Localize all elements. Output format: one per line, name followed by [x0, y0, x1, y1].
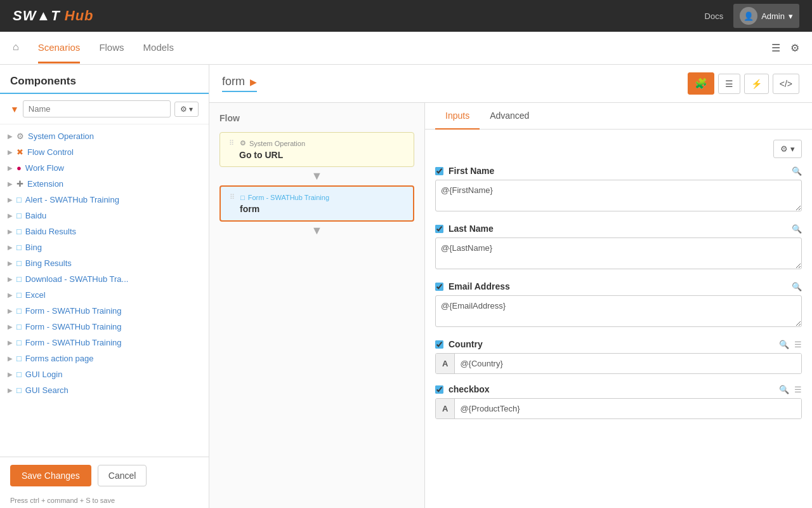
tree-item-label: Bing Results	[25, 258, 72, 268]
filter-icon-button[interactable]: ▼	[10, 104, 19, 114]
tree-arrow-icon: ▶	[8, 260, 13, 267]
flow-panel: Flow ⠿ ⚙ System Operation Go to URL ▼ ⠿ …	[209, 103, 425, 508]
field-label-row: checkbox🔍☰	[435, 384, 802, 394]
save-changes-button[interactable]: Save Changes	[10, 465, 91, 486]
tree-type-icon: □	[16, 227, 22, 236]
field-checkbox-2[interactable]	[435, 283, 443, 291]
tab-flows[interactable]: Flows	[99, 33, 124, 64]
tree-arrow-icon: ▶	[8, 133, 13, 140]
sidebar-tree-item[interactable]: ▶ ✚ Extension	[0, 176, 209, 192]
reorder-icon[interactable]: ☰	[794, 340, 802, 349]
menu-button[interactable]: ☰	[718, 74, 740, 94]
subnav-right: ☰ ⚙	[771, 42, 799, 54]
tree-item-label: GUI Login	[25, 370, 63, 379]
tree-arrow-icon: ▶	[8, 276, 13, 283]
flow-down-arrow: ▼	[219, 170, 414, 183]
field-search-icon[interactable]: 🔍	[792, 224, 802, 234]
sidebar-tree-item[interactable]: ▶ □ Baidu	[0, 208, 209, 224]
tree-item-label: Form - SWATHub Training	[25, 306, 122, 316]
tree-type-icon: □	[16, 322, 22, 331]
field-label: checkbox	[449, 384, 774, 394]
field-input-2[interactable]	[435, 295, 802, 327]
field-checkbox-4[interactable]	[435, 385, 443, 394]
cancel-button[interactable]: Cancel	[98, 465, 147, 486]
field-checkbox-0[interactable]	[435, 167, 443, 175]
tree-type-icon: □	[16, 370, 22, 379]
tree-item-label: Form - SWATHub Training	[25, 322, 122, 331]
tab-models[interactable]: Models	[143, 33, 174, 64]
gear-icon[interactable]: ⚙	[790, 42, 799, 54]
tree-item-label: Flow Control	[27, 147, 74, 157]
flow-card[interactable]: ⠿ □ Form - SWATHub Training form	[219, 185, 414, 222]
inputs-panel: InputsAdvanced ⚙ ▾ First Name🔍Last Name🔍…	[425, 103, 812, 508]
tree-type-icon: ✚	[16, 179, 23, 189]
tree-item-label: System Operation	[28, 131, 94, 141]
field-checkbox-3[interactable]	[435, 340, 443, 349]
tree-item-label: Download - SWATHub Tra...	[25, 274, 129, 284]
tree-item-label: Baidu	[25, 211, 46, 220]
search-input[interactable]	[23, 100, 171, 117]
sidebar-tree-item[interactable]: ▶ □ GUI Search	[0, 382, 209, 398]
sidebar-tree-item[interactable]: ▶ ⚙ System Operation	[0, 128, 209, 144]
sidebar-tree-item[interactable]: ▶ □ Form - SWATHub Training	[0, 319, 209, 335]
tree-arrow-icon: ▶	[8, 307, 13, 314]
tree-arrow-icon: ▶	[8, 387, 13, 394]
sidebar-tree-item[interactable]: ▶ □ Excel	[0, 287, 209, 303]
home-link[interactable]: ⌂	[13, 32, 19, 64]
field-group: checkbox🔍☰A	[435, 384, 802, 419]
field-group: Email Address🔍	[435, 281, 802, 329]
field-row-input-3[interactable]	[455, 354, 801, 373]
flow-panel-title: Flow	[219, 113, 414, 123]
field-search-icon[interactable]: 🔍	[792, 282, 802, 291]
sidebar-tree-item[interactable]: ▶ □ Download - SWATHub Tra...	[0, 271, 209, 287]
tab-inputs[interactable]: Inputs	[435, 103, 480, 130]
sidebar-tree-item[interactable]: ▶ □ Form - SWATHub Training	[0, 335, 209, 351]
sidebar-tree-item[interactable]: ▶ □ Form - SWATHub Training	[0, 303, 209, 319]
form-title: form ▶	[222, 75, 257, 92]
sidebar-tree-item[interactable]: ▶ □ Bing Results	[0, 255, 209, 271]
field-input-0[interactable]	[435, 180, 802, 211]
field-checkbox-1[interactable]	[435, 225, 443, 233]
tree-arrow-icon: ▶	[8, 164, 13, 171]
logo: SW▲T Hub	[13, 8, 94, 24]
tree-type-icon: □	[16, 195, 22, 204]
field-label-row: Email Address🔍	[435, 281, 802, 291]
tree-type-icon: ⚙	[16, 131, 24, 141]
sidebar-tree-item[interactable]: ▶ □ GUI Login	[0, 366, 209, 382]
docs-link[interactable]: Docs	[705, 11, 724, 21]
sidebar-tree-item[interactable]: ▶ □ Bing	[0, 239, 209, 255]
inputs-gear-button[interactable]: ⚙ ▾	[773, 140, 802, 158]
sidebar-tree-item[interactable]: ▶ ✖ Flow Control	[0, 144, 209, 160]
field-row-prefix: A	[436, 354, 455, 373]
puzzle-button[interactable]: 🧩	[688, 72, 714, 95]
tree-item-label: Extension	[27, 179, 63, 189]
topnav-right: Docs 👤 Admin ▾	[705, 4, 799, 28]
sidebar-tree-item[interactable]: ▶ ● Work Flow	[0, 160, 209, 176]
field-search-icon[interactable]: 🔍	[779, 340, 789, 349]
drag-handle: ⠿	[229, 139, 234, 147]
shortcut-hint: Press ctrl + command + S to save	[0, 494, 209, 508]
field-search-icon[interactable]: 🔍	[792, 166, 802, 176]
reorder-icon[interactable]: ☰	[794, 385, 802, 394]
admin-label: Admin	[761, 11, 785, 21]
filter-button[interactable]: ⚡	[744, 74, 769, 94]
tree-arrow-icon: ▶	[8, 212, 13, 219]
field-input-1[interactable]	[435, 237, 802, 269]
code-button[interactable]: </>	[773, 74, 799, 94]
flow-card-title: form	[230, 204, 404, 214]
flow-end-arrow: ▼	[219, 224, 414, 237]
inputs-actions: ⚙ ▾	[435, 140, 802, 158]
sidebar-tree-item[interactable]: ▶ □ Alert - SWATHub Training	[0, 192, 209, 208]
field-search-icon[interactable]: 🔍	[779, 385, 789, 394]
tree-type-icon: □	[16, 385, 22, 395]
tab-scenarios[interactable]: Scenarios	[38, 33, 81, 64]
flow-card[interactable]: ⠿ ⚙ System Operation Go to URL	[219, 132, 414, 167]
sidebar-tree-item[interactable]: ▶ □ Baidu Results	[0, 224, 209, 239]
field-row-input-4[interactable]	[455, 399, 801, 418]
tree-item-label: Baidu Results	[25, 227, 76, 236]
sidebar-tree-item[interactable]: ▶ □ Forms action page	[0, 351, 209, 366]
admin-button[interactable]: 👤 Admin ▾	[733, 4, 799, 28]
menu-icon[interactable]: ☰	[771, 42, 780, 54]
tab-advanced[interactable]: Advanced	[480, 103, 539, 130]
gear-dropdown-button[interactable]: ⚙ ▾	[174, 102, 199, 117]
